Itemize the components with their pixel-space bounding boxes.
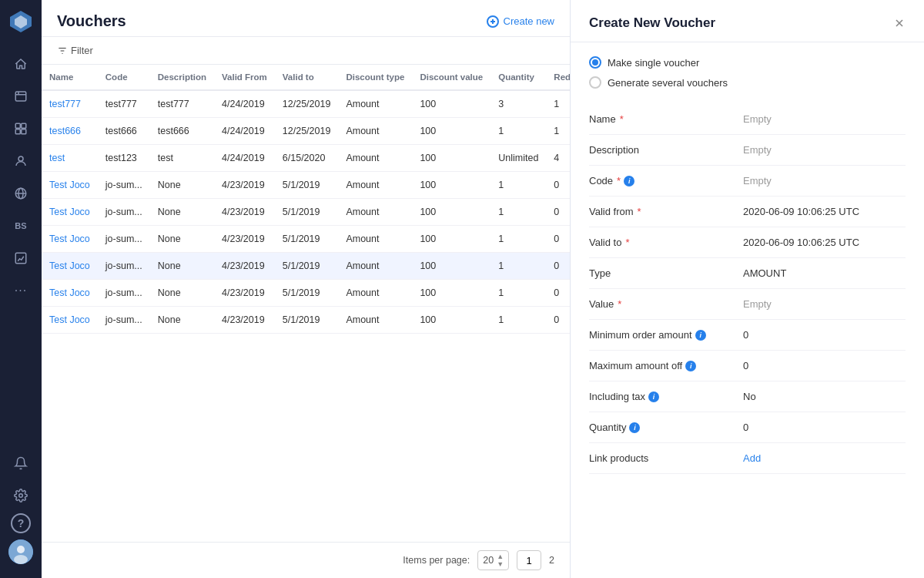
table-row[interactable]: Test Jocojo-sum...None4/23/20195/1/2019A… xyxy=(42,199,570,226)
cell-6: 100 xyxy=(412,253,490,280)
pagination-bar: Items per page: 20 ▲ ▼ 2 xyxy=(42,542,570,578)
cell-8: 0 xyxy=(546,199,570,226)
info-icon-quantity[interactable]: i xyxy=(629,422,640,433)
cell-0: Test Joco xyxy=(42,226,98,253)
table-row[interactable]: Test Jocojo-sum...None4/23/20195/1/2019A… xyxy=(42,172,570,199)
radio-several-label: Generate several vouchers xyxy=(608,77,728,89)
sidebar-icon-more[interactable]: ··· xyxy=(6,276,35,305)
sidebar: BS ··· ? xyxy=(0,0,42,578)
cell-3: 4/24/2019 xyxy=(214,145,275,172)
sidebar-icon-help[interactable]: ? xyxy=(11,513,31,533)
items-per-page-label: Items per page: xyxy=(403,555,470,566)
field-value-max_amount_off: 0 xyxy=(743,360,906,371)
sidebar-icon-home[interactable] xyxy=(6,49,35,79)
required-star: * xyxy=(617,175,621,187)
field-label-quantity: Quantityi xyxy=(589,422,735,433)
page-title: Vouchers xyxy=(57,12,126,30)
cell-1: jo-sum... xyxy=(98,172,150,199)
info-icon-max_amount_off[interactable]: i xyxy=(685,361,696,371)
table-row[interactable]: test666test666test6664/24/201912/25/2019… xyxy=(42,118,570,145)
cell-6: 100 xyxy=(412,226,490,253)
radio-single-voucher[interactable]: Make single voucher xyxy=(589,56,906,69)
cell-4: 5/1/2019 xyxy=(275,172,339,199)
sidebar-icon-bell[interactable] xyxy=(6,449,35,478)
table-row[interactable]: Test Jocojo-sum...None4/23/20195/1/2019A… xyxy=(42,280,570,307)
sidebar-icon-settings[interactable] xyxy=(6,481,35,510)
table-row[interactable]: Test Jocojo-sum...None4/23/20195/1/2019A… xyxy=(42,226,570,253)
radio-several-indicator xyxy=(589,76,601,89)
field-label-description: Description xyxy=(589,144,735,156)
field-row-value: Value *Empty xyxy=(589,289,906,320)
field-row-description: DescriptionEmpty xyxy=(589,135,906,166)
sidebar-icon-globe[interactable] xyxy=(6,179,35,208)
filter-label: Filter xyxy=(71,45,93,56)
field-label-value: Value * xyxy=(589,298,735,310)
per-page-select[interactable]: 20 ▲ ▼ xyxy=(477,550,509,570)
table-row[interactable]: Test Jocojo-sum...None4/23/20195/1/2019A… xyxy=(42,307,570,334)
per-page-value: 20 xyxy=(483,555,494,566)
table-row[interactable]: Test Jocojo-sum...None4/23/20195/1/2019A… xyxy=(42,253,570,280)
field-value-code: Empty xyxy=(743,175,906,187)
cell-5: Amount xyxy=(338,118,412,145)
cell-7: Unlimited xyxy=(490,145,546,172)
field-row-code: Code *iEmpty xyxy=(589,166,906,197)
cell-4: 5/1/2019 xyxy=(275,199,339,226)
spinner-up[interactable]: ▲ xyxy=(497,553,504,560)
cell-6: 100 xyxy=(412,280,490,307)
field-value-description: Empty xyxy=(743,144,906,156)
cell-6: 100 xyxy=(412,145,490,172)
cell-1: test777 xyxy=(98,90,150,118)
table-row[interactable]: test777test777test7774/24/201912/25/2019… xyxy=(42,90,570,118)
avatar[interactable] xyxy=(8,539,33,564)
table-header: Name Code Description Valid From Valid t… xyxy=(42,65,570,90)
cell-8: 0 xyxy=(546,172,570,199)
cell-1: jo-sum... xyxy=(98,253,150,280)
panel-close-button[interactable] xyxy=(893,17,906,29)
info-icon-including_tax[interactable]: i xyxy=(648,391,659,402)
panel-body: Make single voucher Generate several vou… xyxy=(571,42,924,488)
filter-icon xyxy=(57,45,68,56)
radio-single-indicator xyxy=(589,56,601,69)
cell-3: 4/23/2019 xyxy=(214,253,275,280)
field-value-link_products[interactable]: Add xyxy=(743,452,761,464)
field-label-valid_to: Valid to * xyxy=(589,237,735,248)
sidebar-icon-customers[interactable] xyxy=(6,146,35,176)
cell-1: test666 xyxy=(98,118,150,145)
sidebar-icon-reports[interactable] xyxy=(6,244,35,273)
cell-3: 4/24/2019 xyxy=(214,118,275,145)
spinner-down[interactable]: ▼ xyxy=(497,560,504,568)
page-header: Vouchers Create new xyxy=(42,0,570,37)
sidebar-icon-catalog[interactable] xyxy=(6,114,35,143)
info-icon-min_order[interactable]: i xyxy=(695,330,706,341)
page-input[interactable] xyxy=(517,550,541,570)
sidebar-icon-brand[interactable]: BS xyxy=(6,211,35,240)
cell-0: Test Joco xyxy=(42,307,98,334)
svg-rect-0 xyxy=(15,92,26,101)
cell-4: 5/1/2019 xyxy=(275,226,339,253)
filter-bar: Filter xyxy=(42,37,570,65)
sidebar-icon-orders[interactable] xyxy=(6,82,35,111)
col-quantity: Quantity xyxy=(490,65,546,90)
cell-2: None xyxy=(150,199,214,226)
create-new-button[interactable]: Create new xyxy=(487,15,554,28)
cell-3: 4/23/2019 xyxy=(214,226,275,253)
create-new-label: Create new xyxy=(504,15,554,27)
cell-4: 12/25/2019 xyxy=(275,90,339,118)
radio-several-vouchers[interactable]: Generate several vouchers xyxy=(589,76,906,89)
table-row[interactable]: testtest123test4/24/20196/15/2020Amount1… xyxy=(42,145,570,172)
per-page-spinner[interactable]: ▲ ▼ xyxy=(497,553,504,568)
cell-4: 5/1/2019 xyxy=(275,307,339,334)
cell-5: Amount xyxy=(338,90,412,118)
cell-4: 5/1/2019 xyxy=(275,280,339,307)
filter-button[interactable]: Filter xyxy=(57,45,93,56)
cell-1: jo-sum... xyxy=(98,226,150,253)
cell-0: Test Joco xyxy=(42,199,98,226)
panel-title: Create New Voucher xyxy=(589,15,715,31)
col-description: Description xyxy=(150,65,214,90)
field-row-including_tax: Including taxiNo xyxy=(589,381,906,412)
field-row-link_products: Link productsAdd xyxy=(589,443,906,474)
logo[interactable] xyxy=(7,8,35,35)
col-code: Code xyxy=(98,65,150,90)
field-label-link_products: Link products xyxy=(589,452,735,464)
info-icon-code[interactable]: i xyxy=(624,176,634,187)
